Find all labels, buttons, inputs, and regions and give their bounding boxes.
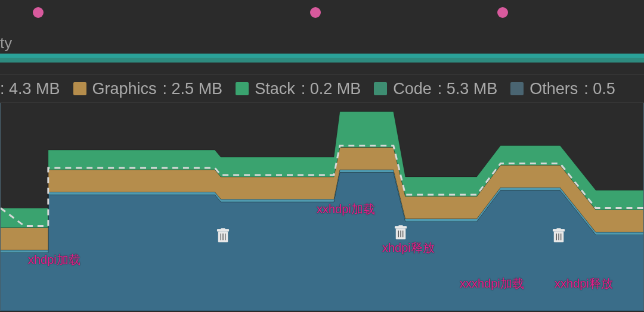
svg-rect-8 xyxy=(398,225,402,227)
annotation: xxhdpi加载 xyxy=(317,201,375,217)
legend-label: : 0.2 MB xyxy=(301,80,361,98)
legend-label-prefix: Others xyxy=(530,80,578,98)
header: ty xyxy=(0,0,644,74)
legend-item: Graphics: 2.5 MB xyxy=(73,80,223,98)
event-dot xyxy=(497,7,508,18)
legend-item: Code: 5.3 MB xyxy=(374,80,497,98)
memory-chart[interactable]: xhdpi加载 xxhdpi加载 xhdpi释放 xxxhdpi加载 xxhdp… xyxy=(0,103,644,311)
event-dot xyxy=(33,7,44,18)
activity-bar-shadow xyxy=(0,58,644,63)
legend-swatch xyxy=(510,82,524,95)
legend-label: : 5.3 MB xyxy=(438,80,498,98)
legend-label-prefix: Graphics xyxy=(92,80,157,98)
svg-rect-2 xyxy=(221,228,225,230)
annotation: xhdpi加载 xyxy=(28,252,80,268)
event-dot xyxy=(310,7,321,18)
event-dots-row xyxy=(0,0,644,33)
legend-label: : 0.5 xyxy=(584,80,615,98)
legend-swatch xyxy=(236,82,249,95)
legend-label-prefix: Stack xyxy=(255,80,295,98)
legend-swatch xyxy=(73,82,86,95)
annotation: xhdpi释放 xyxy=(382,240,435,256)
trash-icon xyxy=(394,225,407,241)
legend-swatch xyxy=(374,82,387,95)
trash-icon xyxy=(552,228,565,244)
profiler-title: ty xyxy=(0,33,644,54)
title-text: ty xyxy=(0,34,12,52)
legend-label-prefix: Code xyxy=(393,80,432,98)
annotation: xxxhdpi加载 xyxy=(460,276,524,292)
legend-label: : 2.5 MB xyxy=(163,80,223,98)
legend-label: : 4.3 MB xyxy=(0,80,60,98)
svg-rect-14 xyxy=(556,228,561,230)
legend-item: Others: 0.5 xyxy=(510,80,615,98)
legend-item: : 4.3 MB xyxy=(0,80,60,98)
trash-icon xyxy=(216,228,230,244)
legend-item: Stack: 0.2 MB xyxy=(236,80,361,98)
annotation: xxhdpi释放 xyxy=(555,276,613,292)
legend: : 4.3 MB Graphics: 2.5 MB Stack: 0.2 MB … xyxy=(0,74,644,103)
